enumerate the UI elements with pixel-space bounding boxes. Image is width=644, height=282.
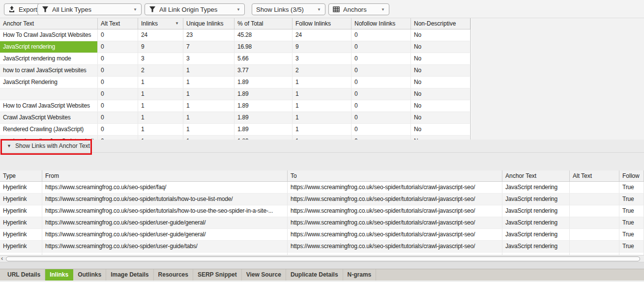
column-header-non-descriptive[interactable]: Non-Descriptive — [411, 18, 470, 29]
cell: https://www.screamingfrog.co.uk/seo-spid… — [42, 194, 288, 205]
table-row[interactable]: Rendered Crawling (JavaScript)0111.8910N… — [0, 124, 470, 136]
cell: 0 — [351, 136, 411, 140]
scrollbar-thumb[interactable] — [6, 256, 640, 261]
cell: https://www.screamingfrog.co.uk/seo-spid… — [288, 241, 502, 252]
column-header-inlinks[interactable]: Inlinks▼ — [138, 18, 183, 29]
table-row[interactable]: Hyperlinkhttps://www.screamingfrog.co.uk… — [0, 205, 644, 217]
column-header-follow-inlinks[interactable]: Follow Inlinks — [293, 18, 351, 29]
column-header-of-total[interactable]: % of Total — [234, 18, 293, 29]
table-row[interactable]: Hyperlinkhttps://www.screamingfrog.co.uk… — [0, 217, 644, 229]
table-row[interactable]: How To Crawl JavaScript Websites0242345.… — [0, 29, 470, 41]
column-header-from[interactable]: From — [42, 170, 288, 181]
anchors-view-dropdown[interactable]: Anchors ▼ — [328, 3, 389, 15]
tab-url-details[interactable]: URL Details — [3, 269, 45, 281]
show-links-value: Show Links (3/5) — [256, 6, 304, 13]
table-row[interactable]: Hyperlinkhttps://www.screamingfrog.co.uk… — [0, 194, 644, 205]
link-origin-types-value: All Link Origin Types — [159, 6, 217, 13]
column-header-anchor-text[interactable]: Anchor Text — [502, 170, 570, 181]
table-row[interactable]: how to crawl JavaScript websites0213.772… — [0, 65, 470, 77]
column-header-follow[interactable]: Follow — [619, 170, 644, 181]
table-row[interactable]: Hyperlinkhttps://www.screamingfrog.co.uk… — [0, 182, 644, 194]
cell: JavaScript rendering — [502, 241, 570, 252]
filter-icon — [149, 6, 156, 13]
cell: 0 — [98, 100, 138, 112]
table-row[interactable]: Crawl JavaScript Websites0111.8910No — [0, 112, 470, 124]
export-label: Export — [19, 6, 37, 13]
column-header-to[interactable]: To — [288, 170, 502, 181]
tab-resources[interactable]: Resources — [154, 269, 193, 281]
show-links-with-anchor-text-expander[interactable]: ▼ Show Links with Anchor Text — [0, 140, 644, 153]
table-grid-icon — [333, 6, 340, 13]
column-header-type[interactable]: Type — [0, 170, 42, 181]
cell — [570, 182, 619, 193]
tab-view-source[interactable]: View Source — [242, 269, 286, 281]
cell: True — [619, 217, 644, 228]
column-header-alt-text[interactable]: Alt Text — [570, 170, 619, 181]
cell: No — [411, 100, 470, 112]
table-row[interactable]: 0111.8910No — [0, 88, 470, 100]
cell: 0 — [351, 53, 411, 64]
cell: No — [411, 41, 470, 53]
column-header-anchor-text[interactable]: Anchor Text — [0, 18, 98, 29]
expander-label: Show Links with Anchor Text — [15, 142, 90, 149]
cell: 1.89 — [234, 100, 293, 112]
cell: 1 — [293, 100, 351, 112]
links-expander-panel: ▼ Show Links with Anchor Text — [0, 140, 644, 170]
cell: 0 — [351, 29, 411, 41]
horizontal-scrollbar[interactable]: ‹ — [0, 255, 644, 262]
column-header-label: Follow — [622, 170, 640, 181]
cell: 1 — [183, 88, 234, 100]
table-row[interactable]: JavaScript Rendering0111.8910No — [0, 77, 470, 88]
cell: https://www.screamingfrog.co.uk/seo-spid… — [42, 182, 288, 193]
cell: JavaScript rendering — [502, 182, 570, 193]
cell: True — [619, 229, 644, 240]
table-row[interactable]: Hyperlinkhttps://www.screamingfrog.co.uk… — [0, 229, 644, 241]
cell: No — [411, 29, 470, 41]
cell: 1 — [183, 77, 234, 88]
column-header-nofollow-inlinks[interactable]: Nofollow Inlinks — [351, 18, 411, 29]
table-row[interactable]: JavaScript rendering mode0335.6630No — [0, 53, 470, 65]
table-row[interactable]: Hyperlinkhttps://www.screamingfrog.co.uk… — [0, 241, 644, 253]
link-types-dropdown[interactable]: All Link Types ▼ — [37, 3, 142, 15]
column-header-label: Non-Descriptive — [414, 18, 456, 29]
show-links-dropdown[interactable]: Show Links (3/5) ▼ — [252, 3, 325, 15]
cell: 0 — [98, 77, 138, 88]
cell: 1 — [183, 112, 234, 123]
tab-n-grams[interactable]: N-grams — [343, 269, 377, 281]
cell: No — [411, 77, 470, 88]
column-header-label: Anchor Text — [505, 170, 536, 181]
cell: https://www.screamingfrog.co.uk/seo-spid… — [288, 229, 502, 240]
cell: 0 — [98, 124, 138, 135]
column-header-label: Inlinks — [141, 18, 158, 29]
cell: 1 — [138, 124, 183, 135]
table-row[interactable]: JavaScript rendering09716.9890No — [0, 41, 470, 53]
cell: 0 — [98, 65, 138, 76]
column-header-alt-text[interactable]: Alt Text — [98, 18, 138, 29]
tab-duplicate-details[interactable]: Duplicate Details — [286, 269, 343, 281]
tab-inlinks[interactable]: Inlinks — [45, 269, 73, 281]
scroll-left-arrow-icon[interactable]: ‹ — [1, 254, 3, 262]
table-row[interactable]: rendered crawling JavaScript websites011… — [0, 136, 470, 140]
cell: 1 — [293, 112, 351, 123]
tab-outlinks[interactable]: Outlinks — [73, 269, 106, 281]
link-origin-types-dropdown[interactable]: All Link Origin Types ▼ — [145, 3, 245, 15]
cell: True — [619, 241, 644, 252]
cell: 1 — [138, 100, 183, 112]
tab-image-details[interactable]: Image Details — [106, 269, 153, 281]
table-row[interactable]: How to Crawl JavaScript Websites0111.891… — [0, 100, 470, 112]
cell: 1.89 — [234, 124, 293, 135]
table-header-row: Anchor TextAlt TextInlinks▼Unique Inlink… — [0, 18, 470, 29]
cell: 0 — [98, 88, 138, 100]
cell: 1 — [138, 136, 183, 140]
cell: Hyperlink — [0, 217, 42, 228]
column-header-label: % of Total — [237, 18, 263, 29]
cell: 1 — [183, 136, 234, 140]
cell: 0 — [98, 41, 138, 53]
export-button[interactable]: Export — [4, 3, 42, 15]
cell: 2 — [138, 65, 183, 76]
tab-serp-snippet[interactable]: SERP Snippet — [193, 269, 242, 281]
cell: Crawl JavaScript Websites — [0, 112, 98, 123]
column-header-unique-inlinks[interactable]: Unique Inlinks — [183, 18, 234, 29]
column-header-label: From — [45, 170, 59, 181]
anchors-table: Anchor TextAlt TextInlinks▼Unique Inlink… — [0, 18, 471, 140]
